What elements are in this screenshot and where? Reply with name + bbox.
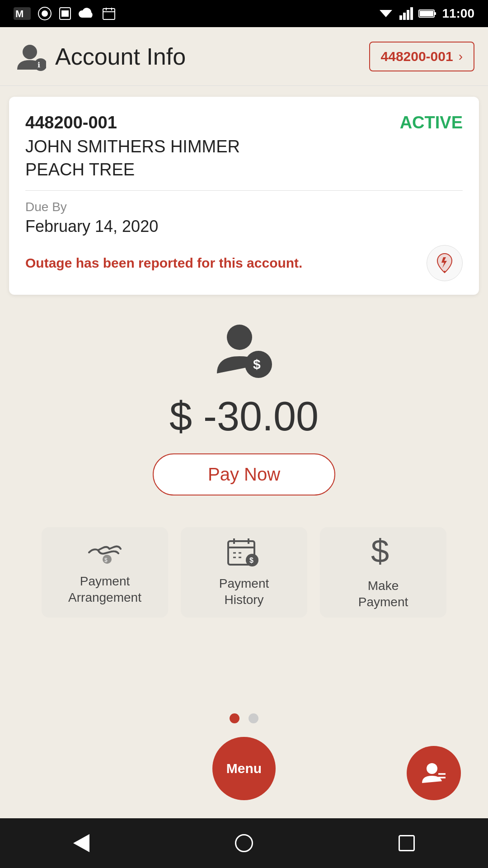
bottom-nav: [0, 818, 488, 868]
chevron-right-icon: ›: [459, 49, 463, 64]
account-avatar: ℹ: [14, 40, 46, 73]
status-bar: M: [0, 0, 488, 27]
svg-point-18: [23, 45, 37, 59]
account-selector-text: 448200-001: [381, 49, 453, 64]
dollar-sign-icon: $: [367, 534, 399, 571]
pagination-dots: [0, 713, 488, 723]
pagination-dot-1[interactable]: [230, 713, 239, 723]
contact-icon: [420, 760, 447, 787]
due-date: February 14, 2020: [25, 217, 463, 236]
pay-now-button[interactable]: Pay Now: [153, 453, 335, 495]
calendar-dollar-icon: $: [226, 537, 262, 568]
header: ℹ Account Info 448200-001 ›: [0, 27, 488, 86]
back-button[interactable]: [63, 825, 99, 861]
gmail-icon: M: [14, 7, 31, 20]
recents-button[interactable]: [389, 825, 425, 861]
menu-button-label: Menu: [226, 761, 262, 776]
svg-text:$: $: [249, 557, 253, 564]
outage-message: Outage has been reported for this accoun…: [25, 255, 427, 271]
balance-person-icon: $: [208, 324, 280, 382]
svg-text:ℹ: ℹ: [38, 61, 40, 69]
battery-icon: [418, 9, 436, 19]
payment-history-label: PaymentHistory: [219, 576, 269, 609]
due-label: Due By: [25, 200, 463, 214]
svg-text:$: $: [371, 534, 389, 569]
bottom-actions: Menu: [0, 741, 488, 796]
cloud-icon: [79, 8, 95, 19]
svg-rect-6: [103, 9, 115, 19]
svg-marker-10: [380, 10, 392, 17]
account-card: 448200-001 ACTIVE JOHN SMITHERS HIMMER P…: [9, 97, 479, 295]
balance-avatar: $: [208, 324, 280, 384]
record-icon: [38, 7, 52, 20]
account-location: PEACH TREE: [25, 160, 463, 191]
svg-rect-11: [399, 15, 402, 20]
wifi-icon: [378, 7, 394, 20]
menu-button[interactable]: Menu: [212, 737, 276, 800]
pagination-dot-2[interactable]: [249, 713, 258, 723]
account-selector-button[interactable]: 448200-001 ›: [369, 42, 474, 71]
svg-text:$: $: [104, 557, 108, 563]
svg-rect-12: [403, 13, 406, 20]
header-left: ℹ Account Info: [14, 40, 186, 73]
recents-square-icon: [399, 835, 415, 851]
svg-point-3: [42, 10, 48, 17]
card-top-row: 448200-001 ACTIVE: [25, 113, 463, 132]
lightning-location-icon: [433, 252, 456, 274]
balance-amount: $ -30.00: [169, 393, 319, 440]
svg-point-23: [227, 325, 252, 350]
user-avatar-icon: ℹ: [14, 40, 46, 73]
svg-rect-14: [410, 7, 413, 20]
home-button[interactable]: [226, 825, 262, 861]
status-time: 11:00: [442, 6, 474, 21]
svg-rect-13: [407, 10, 409, 20]
svg-point-39: [427, 763, 437, 774]
svg-text:M: M: [15, 8, 23, 19]
account-status: ACTIVE: [400, 113, 463, 132]
status-right-info: 11:00: [378, 6, 474, 21]
calendar-icon: [102, 7, 116, 20]
outage-row: Outage has been reported for this accoun…: [25, 245, 463, 281]
svg-text:$: $: [253, 357, 261, 372]
svg-rect-5: [61, 10, 69, 17]
sim-icon: [59, 7, 71, 20]
home-circle-icon: [235, 834, 253, 852]
svg-rect-17: [434, 12, 436, 15]
signal-icon: [399, 7, 413, 20]
make-payment-button[interactable]: $ MakePayment: [320, 527, 446, 618]
account-number: 448200-001: [25, 113, 117, 132]
outage-icon-button[interactable]: [427, 245, 463, 281]
payment-arrangement-label: PaymentArrangement: [68, 573, 141, 606]
svg-rect-16: [420, 11, 433, 16]
handshake-icon: $: [87, 539, 123, 566]
contact-button[interactable]: [407, 746, 461, 800]
action-buttons: $ PaymentArrangement $ PaymentHistory $ …: [0, 527, 488, 618]
page-title: Account Info: [55, 43, 186, 70]
account-name: JOHN SMITHERS HIMMER: [25, 137, 463, 156]
payment-history-button[interactable]: $ PaymentHistory: [181, 527, 307, 618]
payment-arrangement-button[interactable]: $ PaymentArrangement: [42, 527, 168, 618]
balance-section: $ $ -30.00 Pay Now: [0, 306, 488, 527]
status-left-icons: M: [14, 7, 116, 20]
svg-point-22: [444, 271, 446, 273]
back-arrow-icon: [73, 834, 89, 852]
make-payment-label: MakePayment: [358, 578, 408, 611]
